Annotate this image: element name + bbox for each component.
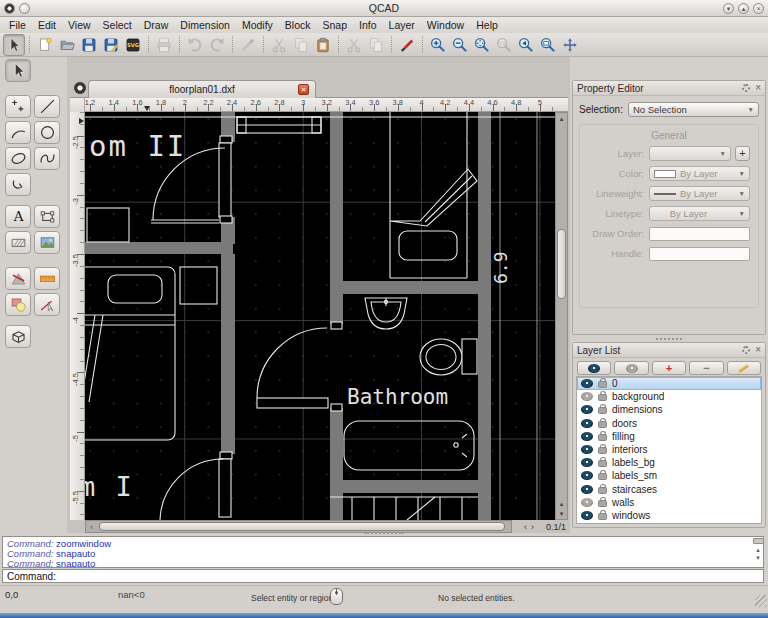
cut-with-reference-button[interactable] bbox=[343, 34, 365, 56]
image-tool-button[interactable] bbox=[34, 231, 60, 254]
circle-tools-button[interactable] bbox=[34, 121, 60, 144]
save-button[interactable] bbox=[78, 34, 100, 56]
menu-modify[interactable]: Modify bbox=[236, 19, 279, 31]
new-file-button[interactable] bbox=[34, 34, 56, 56]
line-tools-button[interactable] bbox=[34, 95, 60, 118]
selection-combobox[interactable]: No Selection ▼ bbox=[628, 102, 759, 117]
layer-row-dimensions[interactable]: dimensions bbox=[577, 403, 761, 416]
show-all-layers-button[interactable] bbox=[577, 361, 611, 375]
layer-lock-icon[interactable] bbox=[598, 434, 607, 441]
layer-visibility-icon[interactable] bbox=[581, 471, 593, 480]
leader-tool-button[interactable] bbox=[34, 267, 60, 290]
hide-all-layers-button[interactable] bbox=[614, 361, 648, 375]
menu-select[interactable]: Select bbox=[97, 19, 138, 31]
layer-visibility-icon[interactable] bbox=[581, 432, 593, 441]
cut-button[interactable] bbox=[268, 34, 290, 56]
menu-file[interactable]: File bbox=[3, 19, 32, 31]
layer-lock-icon[interactable] bbox=[598, 513, 607, 520]
layer-visibility-icon[interactable] bbox=[581, 498, 593, 507]
projection-tools-button[interactable] bbox=[5, 325, 31, 348]
layer-visibility-icon[interactable] bbox=[581, 485, 593, 494]
add-layer-button[interactable]: + bbox=[735, 146, 750, 161]
menu-view[interactable]: View bbox=[62, 19, 97, 31]
linetype-combobox[interactable]: By Layer ▼ bbox=[649, 206, 750, 221]
layer-lock-icon[interactable] bbox=[598, 381, 607, 388]
color-combobox[interactable]: By Layer ▼ bbox=[649, 166, 750, 181]
command-area-splitter[interactable] bbox=[0, 530, 768, 535]
menu-draw[interactable]: Draw bbox=[138, 19, 175, 31]
arc-tools-button[interactable] bbox=[5, 121, 31, 144]
menu-help[interactable]: Help bbox=[470, 19, 504, 31]
previous-view-button[interactable] bbox=[515, 34, 537, 56]
layer-row-staircases[interactable]: staircases bbox=[577, 483, 761, 496]
tab-floorplan01[interactable]: floorplan01.dxf × bbox=[88, 80, 316, 98]
menu-layer[interactable]: Layer bbox=[383, 19, 421, 31]
layer-row-filling[interactable]: filling bbox=[577, 430, 761, 443]
add-layer-button[interactable]: + bbox=[652, 361, 686, 375]
layer-row-interiors[interactable]: interiors bbox=[577, 443, 761, 456]
command-input[interactable] bbox=[56, 570, 763, 582]
vertical-scrollbar[interactable]: ▴ ▴ ▾ bbox=[555, 112, 568, 520]
layer-combobox[interactable]: ▼ bbox=[649, 146, 731, 161]
dimension-tools-button[interactable] bbox=[5, 267, 31, 290]
layer-row-windows[interactable]: windows bbox=[577, 509, 761, 522]
panel-settings-icon[interactable] bbox=[742, 346, 750, 354]
layer-lock-icon[interactable] bbox=[598, 500, 607, 507]
eraser-button[interactable] bbox=[237, 34, 259, 56]
panel-splitter[interactable] bbox=[572, 336, 766, 341]
maximize-button[interactable]: ▴ bbox=[738, 3, 749, 14]
undo-button[interactable] bbox=[184, 34, 206, 56]
toolbar-selection-button[interactable] bbox=[3, 34, 25, 56]
save-as-button[interactable] bbox=[100, 34, 122, 56]
layer-row-background[interactable]: background bbox=[577, 390, 761, 403]
text-tool-button[interactable] bbox=[5, 205, 31, 228]
scroll-up-icon[interactable]: ▴ bbox=[556, 113, 567, 124]
polyline-tools-button[interactable] bbox=[5, 173, 31, 196]
layer-lock-icon[interactable] bbox=[598, 407, 607, 414]
keyboard-icon[interactable] bbox=[753, 538, 764, 544]
copy-button[interactable] bbox=[290, 34, 312, 56]
layer-lock-icon[interactable] bbox=[598, 421, 607, 428]
layer-lock-icon[interactable] bbox=[598, 394, 607, 401]
zoom-one-to-one-button[interactable] bbox=[493, 34, 515, 56]
resize-grip[interactable] bbox=[755, 595, 767, 607]
export-button[interactable] bbox=[122, 34, 144, 56]
point-tools-button[interactable] bbox=[5, 95, 31, 118]
hatch-tool-button[interactable] bbox=[5, 231, 31, 254]
layer-visibility-icon[interactable] bbox=[581, 445, 593, 454]
auto-zoom-button[interactable] bbox=[471, 34, 493, 56]
layer-visibility-icon[interactable] bbox=[581, 511, 593, 520]
layer-lock-icon[interactable] bbox=[598, 487, 607, 494]
history-scroll-up-icon[interactable]: ▴ bbox=[756, 546, 760, 554]
close-button[interactable]: × bbox=[753, 3, 764, 14]
handle-input[interactable] bbox=[649, 247, 750, 261]
drawing-canvas[interactable]: om II Bathroom m I 6.9 bbox=[85, 112, 555, 520]
vertical-scroll-thumb[interactable] bbox=[557, 229, 566, 299]
layer-row-walls[interactable]: walls bbox=[577, 496, 761, 509]
draworder-input[interactable] bbox=[649, 227, 750, 241]
layer-lock-icon[interactable] bbox=[598, 473, 607, 480]
menu-dimension[interactable]: Dimension bbox=[174, 19, 236, 31]
selection-pointer-button[interactable] bbox=[5, 59, 31, 82]
layer-lock-icon[interactable] bbox=[598, 460, 607, 467]
remove-layer-button[interactable]: − bbox=[689, 361, 723, 375]
scroll-down-icon[interactable]: ▾ bbox=[556, 508, 567, 519]
redo-button[interactable] bbox=[206, 34, 228, 56]
menu-edit[interactable]: Edit bbox=[32, 19, 62, 31]
print-button[interactable] bbox=[153, 34, 175, 56]
layer-visibility-icon[interactable] bbox=[581, 419, 593, 428]
layer-row-doors[interactable]: doors bbox=[577, 417, 761, 430]
layer-visibility-icon[interactable] bbox=[581, 458, 593, 467]
spline-tools-button[interactable] bbox=[34, 147, 60, 170]
minimize-button[interactable]: ▾ bbox=[723, 3, 734, 14]
panel-close-icon[interactable]: × bbox=[755, 346, 761, 354]
menu-block[interactable]: Block bbox=[279, 19, 317, 31]
ellipse-tools-button[interactable] bbox=[5, 147, 31, 170]
pan-button[interactable] bbox=[559, 34, 581, 56]
modify-tools-button[interactable] bbox=[5, 293, 31, 316]
menu-info[interactable]: Info bbox=[353, 19, 383, 31]
layer-visibility-icon[interactable] bbox=[581, 392, 593, 401]
measure-tools-button[interactable] bbox=[34, 293, 60, 316]
panel-settings-icon[interactable] bbox=[742, 84, 750, 92]
menu-window[interactable]: Window bbox=[421, 19, 470, 31]
